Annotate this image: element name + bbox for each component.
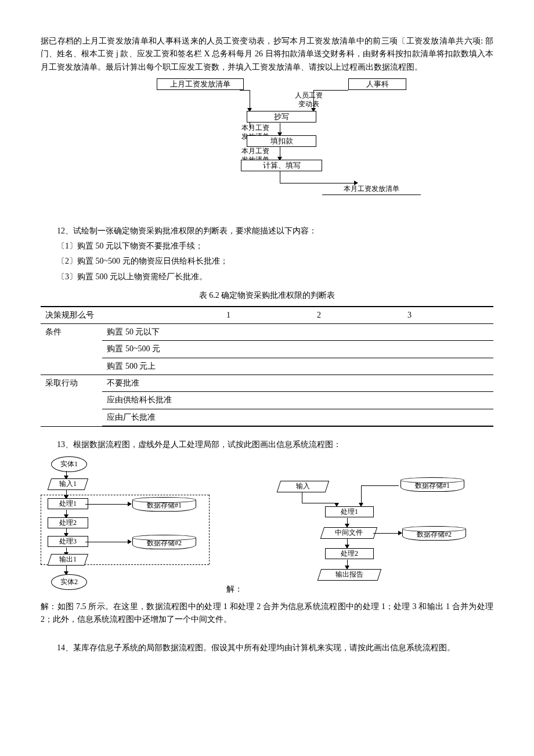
document-page: 据已存档的上月工资发放清单和人事科送来的人员工资变动表，抄写本月工资发放清单中的… — [0, 0, 534, 692]
fc1-step1: 抄写 — [247, 111, 316, 123]
l-d2: 数据存储#2 — [132, 535, 196, 549]
ans13-paragraph: 解：如图 7.5 所示。在这里，数据流程图中的处理 1 和处理 2 合并为信息系… — [41, 600, 493, 627]
cell — [403, 409, 493, 426]
th-1: 1 — [222, 307, 312, 324]
act-0: 不要批准 — [102, 375, 222, 392]
q14-line: 14、某库存信息子系统的局部数据流程图。假设其中所有处理均由计算机来实现，请按此… — [41, 642, 493, 654]
q12-sub1: 〔1〕购置 50 元以下物资不要批准手续； — [41, 240, 493, 253]
cell — [312, 375, 403, 392]
cell — [222, 358, 312, 375]
cell — [222, 392, 312, 409]
cell — [222, 375, 312, 392]
l-e1: 实体1 — [51, 456, 87, 473]
fc1-top-right: 人事科 — [348, 78, 406, 90]
fc1-top-left: 上月工资发放清单 — [157, 78, 244, 90]
th-rule: 决策规那么号 — [41, 307, 222, 324]
cell — [403, 375, 493, 392]
decision-table: 决策规那么号 1 2 3 条件 购置 50 元以下 购置 50~500 元 购置… — [41, 306, 493, 427]
l-d1: 数据存储#1 — [132, 497, 196, 512]
cell — [312, 341, 403, 358]
fc1-out: 本月工资发放清单 — [325, 185, 418, 193]
r-in: 输入 — [277, 481, 329, 492]
l-p2: 处理2 — [48, 517, 88, 529]
r-d2: 数据存储#2 — [402, 526, 466, 541]
l-out1: 输出1 — [48, 554, 88, 566]
fc1-step2: 填扣款 — [247, 135, 316, 147]
r-out: 输出报告 — [317, 569, 381, 581]
flowchart-dfd-pair: 实体1 输入1 处理1 数据存储#1 处理2 处理3 数据存储#2 输出1 — [41, 456, 482, 596]
l-p1: 处理1 — [48, 498, 88, 510]
intro-paragraph: 据已存档的上月工资发放清单和人事科送来的人员工资变动表，抄写本月工资发放清单中的… — [41, 35, 493, 74]
cell — [403, 323, 493, 340]
fc1-step3: 计算、填写 — [241, 160, 322, 171]
l-e2: 实体2 — [51, 574, 87, 591]
l-in1: 输入1 — [48, 478, 88, 490]
cell — [222, 323, 312, 340]
cond-2: 购置 500 元上 — [102, 358, 222, 375]
cell — [312, 358, 403, 375]
r-mid: 中间文件 — [320, 527, 377, 539]
q12-sub2: 〔2〕购置 50~500 元的物资应日供给科长批准； — [41, 255, 493, 268]
act-label: 采取行动 — [41, 375, 102, 427]
table-caption: 表 6.2 确定物资采购批准权限的判断表 — [41, 289, 493, 302]
cell — [222, 341, 312, 358]
cell — [403, 358, 493, 375]
cell — [312, 409, 403, 426]
r-d1: 数据存储#1 — [400, 477, 464, 492]
separator-label: 解： — [226, 583, 243, 596]
cond-label: 条件 — [41, 323, 102, 375]
fc1-edge-label: 人员工资 变动表 — [286, 91, 332, 108]
act-2: 应由厂长批准 — [102, 409, 222, 426]
q13-line: 13、根据数据流程图，虚线外是人工处理局部，试按此图画出信息系统流程图： — [41, 438, 493, 451]
q12-sub3: 〔3〕购置 500 元以上物资需经厂长批准。 — [41, 271, 493, 283]
flowchart-salary: 上月工资发放清单 人事科 人员工资 变动表 抄写 本月工资 发放清单 填扣款 本… — [41, 78, 493, 210]
cell — [312, 323, 403, 340]
cond-1: 购置 50~500 元 — [102, 341, 222, 358]
th-3: 3 — [403, 307, 493, 324]
act-1: 应由供给科长批准 — [102, 392, 222, 409]
cell — [222, 409, 312, 426]
r-p2: 处理2 — [325, 548, 374, 560]
cond-0: 购置 50 元以下 — [102, 323, 222, 340]
q12-line: 12、试绘制一张确定物资采购批准权限的判断表，要求能描述以下内容： — [41, 225, 493, 237]
cell — [312, 392, 403, 409]
th-2: 2 — [312, 307, 403, 324]
cell — [403, 392, 493, 409]
l-p3: 处理3 — [48, 536, 88, 548]
r-p1: 处理1 — [325, 506, 374, 518]
cell — [403, 341, 493, 358]
